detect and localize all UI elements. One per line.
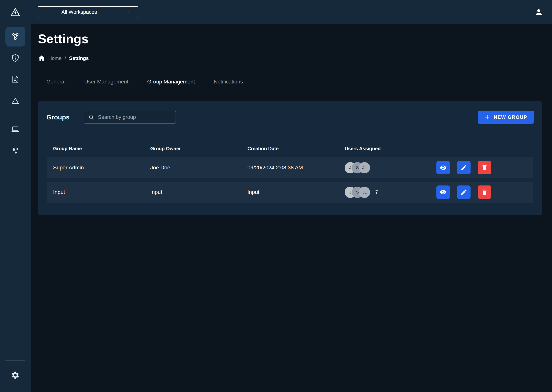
main-content: Settings Home / Settings General User Ma… [31, 24, 552, 392]
eye-icon [440, 164, 447, 171]
column-header-users-assigned: Users Assigned [345, 146, 533, 151]
home-icon [38, 55, 45, 62]
pencil-icon [460, 164, 467, 171]
eye-icon [440, 189, 447, 196]
cell-group-owner: Joe Doe [150, 165, 247, 171]
delete-group-button[interactable] [478, 185, 491, 199]
cell-users-assigned: J S JL [345, 161, 533, 174]
document-search-icon [11, 75, 20, 84]
avatar-overflow-count: +7 [373, 190, 378, 195]
breadcrumb: Home / Settings [38, 55, 552, 62]
table-row: Input Input Input J S JL +7 [47, 182, 533, 203]
sidebar-divider [5, 115, 25, 115]
view-group-button[interactable] [436, 161, 450, 174]
breadcrumb-current: Settings [69, 55, 89, 61]
groups-icon [11, 146, 20, 155]
new-group-button[interactable]: NEW GROUP [478, 111, 534, 124]
groups-title: Groups [46, 113, 70, 121]
cell-users-assigned: J S JL +7 [345, 185, 533, 199]
cell-group-name: Input [53, 189, 150, 195]
tab-group-management[interactable]: Group Management [139, 74, 203, 90]
table-row: Super Admin Joe Doe 09/20/2024 2:08:38 A… [47, 157, 533, 178]
sidebar-nav [0, 24, 31, 162]
person-icon [534, 8, 543, 17]
laptop-icon [11, 125, 20, 133]
sidebar-bottom-divider [5, 360, 25, 361]
group-search [84, 111, 176, 124]
row-actions [436, 161, 491, 174]
shield-icon [11, 54, 20, 63]
sidebar [0, 0, 31, 392]
workspace-selector-caret-button[interactable] [120, 7, 138, 18]
logo-bolt-triangle-icon [10, 7, 20, 17]
sidebar-item-workspaces[interactable] [5, 27, 25, 47]
cell-creation-date: 09/20/2024 2:08:38 AM [247, 165, 345, 171]
tab-notifications[interactable]: Notifications [205, 74, 251, 90]
hub-icon [11, 32, 20, 41]
view-group-button[interactable] [436, 185, 450, 199]
tab-general[interactable]: General [38, 74, 74, 90]
sidebar-item-delta[interactable] [5, 91, 25, 111]
tab-user-management[interactable]: User Management [76, 74, 137, 90]
sidebar-item-audit[interactable] [5, 70, 25, 89]
new-group-button-label: NEW GROUP [494, 114, 527, 120]
avatar: JL [359, 162, 370, 173]
breadcrumb-home-link[interactable]: Home [48, 55, 62, 61]
workspace-selector[interactable]: All Workspaces [38, 6, 138, 18]
sidebar-item-security[interactable] [5, 48, 25, 68]
delete-group-button[interactable] [478, 161, 491, 174]
topbar: All Workspaces [31, 0, 552, 24]
trash-icon [481, 164, 488, 171]
edit-group-button[interactable] [457, 185, 471, 199]
chevron-down-icon [127, 10, 131, 14]
column-header-group-owner: Group Owner [150, 146, 247, 151]
avatar-group: J S JL [345, 162, 373, 173]
pencil-icon [460, 189, 467, 196]
trash-icon [481, 189, 488, 196]
plus-icon [484, 114, 490, 120]
groups-panel-header: Groups NEW GROUP [38, 101, 542, 124]
groups-table-body: Super Admin Joe Doe 09/20/2024 2:08:38 A… [38, 157, 542, 215]
triangle-icon [11, 97, 20, 105]
edit-group-button[interactable] [457, 161, 471, 174]
workspace-selector-value: All Workspaces [38, 7, 120, 18]
sidebar-item-groups[interactable] [5, 141, 25, 161]
app-logo[interactable] [0, 0, 31, 24]
sidebar-bottom [0, 360, 31, 392]
column-header-group-name: Group Name [53, 146, 150, 151]
sidebar-item-devices[interactable] [5, 119, 25, 139]
groups-panel: Groups NEW GROUP Group Name G [38, 101, 542, 215]
gear-icon [11, 371, 20, 379]
cell-group-name: Super Admin [53, 165, 150, 171]
page-title: Settings [38, 32, 552, 46]
avatar: JL [359, 187, 370, 198]
column-header-creation-date: Creation Date [247, 146, 345, 151]
settings-tabs: General User Management Group Management… [38, 74, 552, 90]
breadcrumb-separator: / [65, 55, 66, 61]
sidebar-item-settings[interactable] [5, 365, 25, 385]
search-icon [88, 114, 94, 120]
groups-table-header: Group Name Group Owner Creation Date Use… [38, 124, 542, 157]
row-actions [436, 185, 491, 199]
cell-creation-date: Input [247, 189, 345, 195]
group-search-input[interactable] [98, 114, 171, 120]
cell-group-owner: Input [150, 189, 247, 195]
app-root: All Workspaces Settings Home / Settings … [0, 0, 552, 392]
avatar-group: J S JL +7 [345, 187, 378, 198]
user-menu-button[interactable] [533, 8, 544, 17]
